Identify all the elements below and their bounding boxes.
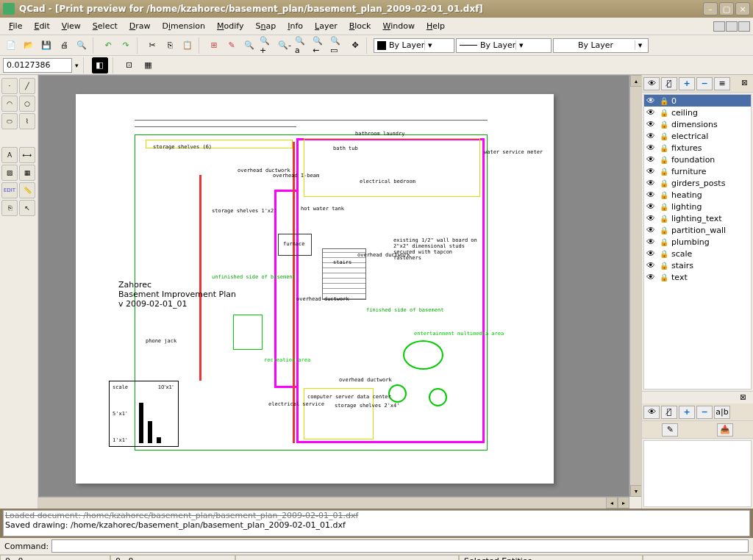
layer-remove-button[interactable]: −	[696, 77, 713, 90]
copy-button[interactable]: ⎘	[162, 37, 178, 54]
block-edit-button[interactable]: ✎	[662, 423, 678, 437]
menu-info[interactable]: Info	[282, 18, 309, 34]
menu-dimension[interactable]: Dimension	[157, 18, 212, 34]
close-button[interactable]: ×	[735, 2, 750, 15]
tool-line[interactable]: ╱	[19, 78, 35, 94]
cut-button[interactable]: ✂	[144, 37, 160, 54]
layer-item-plumbing[interactable]: 👁🔒plumbing	[644, 236, 751, 248]
tool-hatch[interactable]: ▨	[1, 165, 18, 181]
menu-modify[interactable]: Modify	[211, 18, 249, 34]
open-button[interactable]: 📂	[21, 37, 37, 54]
undo-button[interactable]: ↶	[100, 37, 116, 54]
layer-edit-button[interactable]: ≡	[714, 77, 730, 90]
block-insert-button[interactable]: 📥	[717, 423, 733, 437]
color-combo[interactable]: By Layer ▾	[374, 38, 454, 53]
fit-page-button[interactable]: ▦	[140, 57, 157, 73]
layer-item-0[interactable]: 👁🔒0	[644, 95, 751, 107]
command-input[interactable]	[51, 539, 749, 553]
zoom-auto-button[interactable]: 🔍a	[294, 37, 310, 54]
menu-edit[interactable]: Edit	[28, 18, 55, 34]
layer-item-girders_posts[interactable]: 👁🔒girders_posts	[644, 177, 751, 189]
scroll-up-button[interactable]: ▴	[630, 75, 642, 87]
scroll-right-button[interactable]: ▸	[618, 497, 629, 509]
save-button[interactable]: 💾	[38, 37, 54, 54]
layer-hideall-button[interactable]: 👁̸	[661, 77, 677, 90]
layer-list[interactable]: 👁🔒0👁🔒ceiling👁🔒dimensions👁🔒electrical👁🔒fi…	[643, 94, 752, 390]
menu-snap[interactable]: Snap	[250, 18, 282, 34]
tool-ellipse[interactable]: ⬭	[1, 113, 18, 129]
layer-item-lighting_text[interactable]: 👁🔒lighting_text	[644, 212, 751, 224]
block-hideall-button[interactable]: 👁̸	[661, 406, 677, 419]
scale-input[interactable]	[3, 58, 72, 73]
layer-item-electrical[interactable]: 👁🔒electrical	[644, 130, 751, 142]
maximize-button[interactable]: ▢	[719, 2, 734, 15]
menu-draw[interactable]: Draw	[124, 18, 157, 34]
layer-item-scale[interactable]: 👁🔒scale	[644, 248, 751, 259]
zoom-redraw-button[interactable]: 🔍	[241, 37, 257, 54]
zoom-pan-button[interactable]: ✥	[347, 37, 363, 54]
layer-item-partition_wall[interactable]: 👁🔒partition_wall	[644, 224, 751, 236]
tool-measure[interactable]: 📏	[19, 182, 35, 198]
layer-item-text[interactable]: 👁🔒text	[644, 271, 751, 283]
tool-select[interactable]: ↖	[19, 200, 35, 216]
zoom-prev-button[interactable]: 🔍←	[312, 37, 328, 54]
menu-block[interactable]: Block	[343, 18, 377, 34]
tool-image[interactable]: ▦	[19, 165, 35, 181]
zoom-window-button[interactable]: 🔍▭	[329, 37, 346, 54]
block-list[interactable]	[643, 440, 752, 507]
horizontal-scrollbar[interactable]	[38, 497, 606, 509]
draft-button[interactable]: ✎	[224, 37, 240, 54]
menu-view[interactable]: View	[56, 18, 87, 34]
tool-polyline[interactable]: ⌇	[19, 113, 35, 129]
tool-circle[interactable]: ○	[19, 96, 35, 112]
layer-item-dimensions[interactable]: 👁🔒dimensions	[644, 118, 751, 130]
title-block: Zahorec Basement Improvement Plan v 2009…	[118, 280, 236, 309]
vertical-scrollbar[interactable]: ▴ ▾	[629, 75, 641, 497]
tool-dimension[interactable]: ⟷	[19, 147, 35, 163]
layer-item-heating[interactable]: 👁🔒heating	[644, 189, 751, 201]
block-add-button[interactable]: +	[679, 406, 695, 419]
layer-add-button[interactable]: +	[679, 77, 695, 90]
block-panel-close-button[interactable]: ⊠	[740, 393, 750, 403]
mdi-close-button[interactable]	[738, 21, 750, 32]
layer-item-foundation[interactable]: 👁🔒foundation	[644, 154, 751, 165]
menu-window[interactable]: Window	[377, 18, 421, 34]
block-showall-button[interactable]: 👁	[643, 406, 660, 419]
tool-edit[interactable]: EDIT	[1, 182, 18, 198]
tool-point[interactable]: ·	[1, 78, 18, 94]
menu-file[interactable]: File	[3, 18, 28, 34]
center-page-button[interactable]: ⊡	[121, 57, 138, 73]
mdi-minimize-button[interactable]	[713, 21, 725, 32]
new-button[interactable]: 📄	[3, 37, 19, 54]
menu-help[interactable]: Help	[421, 18, 451, 34]
scroll-down-button[interactable]: ▾	[630, 485, 642, 497]
tool-text[interactable]: A	[1, 147, 18, 163]
linewidth-combo[interactable]: By Layer ▾	[456, 38, 552, 53]
redo-button[interactable]: ↷	[118, 37, 134, 54]
paste-button[interactable]: 📋	[179, 37, 196, 54]
scroll-left-button[interactable]: ◂	[606, 497, 618, 509]
layer-item-ceiling[interactable]: 👁🔒ceiling	[644, 107, 751, 118]
tool-arc[interactable]: ◠	[1, 96, 18, 112]
tool-block[interactable]: ⎘	[1, 200, 18, 216]
layer-item-stairs[interactable]: 👁🔒stairs	[644, 259, 751, 271]
drawing-canvas[interactable]: unfinished side of basement finished sid…	[38, 75, 629, 497]
layer-panel-close-button[interactable]: ⊠	[741, 79, 752, 89]
menu-select[interactable]: Select	[87, 18, 124, 34]
print-button[interactable]: 🖨	[56, 37, 72, 54]
block-rename-button[interactable]: a|b	[714, 406, 730, 419]
mdi-restore-button[interactable]	[726, 21, 738, 32]
zoom-out-button[interactable]: 🔍-	[276, 37, 293, 54]
layer-item-furniture[interactable]: 👁🔒furniture	[644, 165, 751, 177]
zoom-in-button[interactable]: 🔍+	[259, 37, 275, 54]
grid-button[interactable]: ⊞	[206, 37, 222, 54]
linetype-combo[interactable]: By Layer ▾	[553, 38, 649, 53]
layer-item-lighting[interactable]: 👁🔒lighting	[644, 201, 751, 212]
block-remove-button[interactable]: −	[696, 406, 713, 419]
layer-showall-button[interactable]: 👁	[643, 77, 660, 90]
minimize-button[interactable]: –	[703, 2, 718, 15]
print-preview-button[interactable]: 🔍	[74, 37, 90, 54]
layer-item-fixtures[interactable]: 👁🔒fixtures	[644, 142, 751, 154]
bw-toggle-button[interactable]: ◧	[92, 57, 108, 73]
menu-layer[interactable]: Layer	[309, 18, 343, 34]
